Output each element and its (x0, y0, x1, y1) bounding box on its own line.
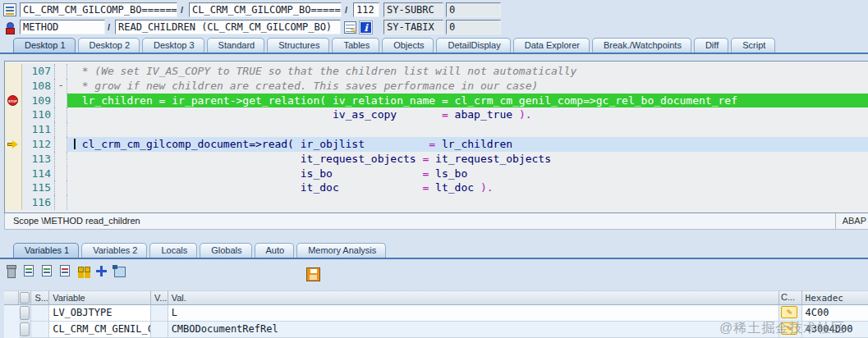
tab-memory-analysis[interactable]: Memory Analysis (296, 243, 386, 258)
cell-s (31, 305, 49, 322)
header-row-event: METHOD / READ_CHILDREN (CL_CRM_CM_GILCOM… (0, 20, 868, 35)
code-text[interactable]: * (We set IV_AS_COPY to TRUE so that the… (67, 64, 868, 79)
code-text[interactable] (67, 195, 868, 210)
row-gutter (4, 305, 19, 322)
trash-icon[interactable] (4, 264, 18, 278)
fold-column (55, 180, 67, 195)
header-v: V... (151, 290, 168, 305)
desktop-tabbar: Desktop 1Desktop 2Desktop 3StandardStruc… (0, 38, 868, 54)
code-line: 111 (5, 122, 868, 137)
code-text[interactable]: is_bo = ls_bo (67, 167, 868, 181)
method-icon (3, 21, 16, 34)
row-select[interactable] (19, 305, 32, 322)
code-segment: lr_children (435, 138, 512, 150)
tab-tables[interactable]: Tables (332, 38, 379, 53)
breakpoint-icon[interactable]: STOP (7, 95, 18, 106)
select-all-header[interactable] (19, 290, 32, 305)
row-select-box[interactable] (20, 306, 30, 320)
header-variable: Variable (49, 290, 151, 305)
cell-hexadecimal: 4C00 (802, 305, 868, 322)
change-display-icon[interactable] (344, 21, 356, 34)
code-text[interactable]: iv_as_copy = abap_true ). (67, 107, 868, 122)
row-select-box[interactable] (20, 322, 30, 336)
tab-detaildisplay[interactable]: DetailDisplay (436, 38, 510, 53)
breakpoint-margin[interactable] (5, 152, 22, 167)
code-text[interactable]: lr_children = ir_parent->get_relation( i… (67, 94, 868, 108)
code-segment: it_request_objects (429, 153, 551, 165)
code-line: 115 it_doc = lt_doc ). (5, 180, 868, 195)
detail-doc-icon[interactable] (40, 264, 54, 278)
code-editor[interactable]: 107 * (We set IV_AS_COPY to TRUE so that… (4, 61, 868, 213)
separator-slash: / (108, 22, 110, 32)
breakpoint-margin[interactable] (5, 180, 22, 195)
code-segment: * (We set IV_AS_COPY to TRUE so that the… (69, 65, 576, 77)
code-segment: ). (480, 181, 494, 194)
line-number-field[interactable]: 112 (353, 2, 379, 17)
breakpoint-margin[interactable] (5, 122, 22, 137)
code-text[interactable]: it_request_objects = it_request_objects (67, 152, 868, 167)
watermark: @稀土掘金技术社区 (719, 320, 845, 337)
code-segment: ls_bo (429, 167, 467, 180)
event-type-field[interactable]: METHOD (20, 20, 105, 34)
tab-variables-1[interactable]: Variables 1 (13, 243, 79, 258)
tab-objects[interactable]: Objects (382, 38, 434, 53)
code-line: 116 (5, 195, 868, 210)
code-segment: it_doc (69, 181, 422, 194)
tab-auto[interactable]: Auto (255, 243, 295, 258)
breakpoint-margin[interactable] (5, 167, 22, 181)
main-program-field[interactable]: CL_CRM_CM_GILCOMP_BO=========_ (20, 2, 177, 17)
cell-value[interactable]: CMBODocumentRefRel (168, 322, 779, 338)
code-text[interactable]: * grow if new children are created. This… (67, 79, 868, 94)
tab-data-explorer[interactable]: Data Explorer (513, 38, 590, 53)
info-icon[interactable] (360, 21, 372, 34)
code-text[interactable]: cl_crm_cm_gilcomp_document=>read( ir_obj… (67, 137, 868, 152)
cell-variable[interactable]: LV_OBJTYPE (49, 305, 151, 322)
cell-v (151, 305, 168, 322)
breakpoint-margin[interactable] (5, 195, 22, 210)
language-label: ABAP (835, 213, 868, 229)
line-number: 116 (22, 195, 55, 210)
tab-locals[interactable]: Locals (149, 243, 197, 258)
compare-icon[interactable] (76, 264, 90, 278)
program-icon (3, 3, 16, 16)
cell-variable[interactable]: CL_CRM_CM_GENIL_COM... (49, 322, 151, 338)
detail-list-icon[interactable] (22, 264, 36, 278)
tab-diff[interactable]: Diff (694, 38, 728, 53)
fold-column (55, 107, 67, 122)
tab-variables-2[interactable]: Variables 2 (81, 243, 147, 258)
fold-column (55, 167, 67, 181)
header-c: C... (779, 290, 802, 305)
tab-desktop-3[interactable]: Desktop 3 (142, 38, 204, 53)
breakpoint-margin[interactable] (5, 79, 22, 94)
line-number: 112 (22, 137, 55, 152)
breakpoint-margin[interactable] (5, 64, 22, 79)
code-text[interactable]: it_doc = lt_doc ). (67, 180, 868, 195)
tab-desktop-1[interactable]: Desktop 1 (13, 38, 76, 53)
code-line: 108- * grow if new children are created.… (5, 79, 868, 94)
breakpoint-margin[interactable] (5, 107, 22, 122)
save-icon[interactable] (306, 267, 320, 281)
fold-column (55, 64, 67, 79)
edit-pencil-icon[interactable]: ✎ (781, 306, 797, 318)
tab-globals[interactable]: Globals (200, 243, 251, 258)
code-text[interactable] (67, 122, 868, 137)
move-icon[interactable] (94, 264, 108, 278)
breakpoint-margin[interactable]: STOP (5, 94, 22, 108)
breakpoint-margin[interactable] (5, 137, 22, 152)
tab-standard[interactable]: Standard (207, 38, 265, 53)
include-program-field[interactable]: CL_CRM_CM_GILCOMP_BO=========_ (189, 2, 342, 17)
text-cursor (74, 139, 76, 149)
remove-line-icon[interactable] (58, 264, 72, 278)
code-segment: = (429, 138, 435, 150)
current-statement-arrow-icon (7, 140, 19, 148)
tab-structures[interactable]: Structures (267, 38, 329, 53)
tab-break-watchpoints[interactable]: Break./Watchpoints (592, 38, 691, 53)
services-icon[interactable] (113, 264, 126, 278)
event-name-field[interactable]: READ_CHILDREN (CL_CRM_CM_GILCOMP_BO) (115, 20, 341, 34)
code-segment: iv_as_copy (69, 108, 442, 121)
row-select[interactable] (19, 322, 32, 338)
tab-script[interactable]: Script (731, 38, 775, 53)
tab-desktop-2[interactable]: Desktop 2 (78, 38, 140, 53)
cell-value[interactable]: L (168, 305, 779, 322)
select-all-box[interactable] (20, 292, 30, 304)
